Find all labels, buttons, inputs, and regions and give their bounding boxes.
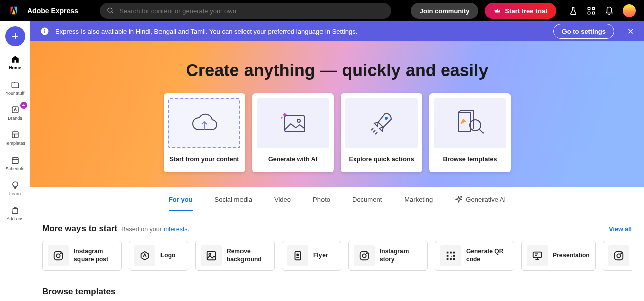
hero-title: Create anything — quickly and easily (186, 60, 489, 80)
svg-rect-48 (453, 258, 455, 260)
sidebar-item-learn[interactable]: Learn (1, 177, 29, 199)
upload-cloud-icon (168, 98, 240, 148)
svg-rect-42 (453, 252, 455, 254)
quick-card-label: Instagram story (380, 248, 422, 263)
rocket-icon (345, 98, 418, 148)
sidebar-item-brands[interactable]: Brands (1, 102, 29, 124)
sidebar: Home Your stuff Brands Templates Schedul… (0, 21, 30, 301)
svg-point-35 (297, 254, 299, 256)
lightbulb-icon (10, 180, 20, 190)
brand-name: Adobe Express (27, 7, 78, 15)
browse-templates-title: Browse templates (42, 287, 116, 296)
interests-link[interactable]: interests. (164, 225, 189, 233)
close-icon[interactable]: ✕ (627, 27, 634, 36)
quick-card-logo[interactable]: Logo (129, 241, 188, 271)
create-button[interactable] (5, 26, 25, 46)
svg-rect-46 (453, 255, 455, 257)
svg-rect-41 (450, 252, 452, 254)
hero-card-generate-ai[interactable]: Generate with AI (252, 93, 334, 172)
remove-bg-icon (201, 245, 222, 266)
sidebar-item-add-ons[interactable]: Add-ons (1, 202, 29, 224)
quick-card-label: Logo (160, 252, 175, 260)
svg-rect-40 (447, 252, 449, 254)
calendar-icon (10, 155, 20, 165)
quick-card-qr[interactable]: Generate QR code (435, 241, 514, 271)
tab-document[interactable]: Document (352, 195, 382, 211)
quick-card-presentation[interactable]: Presentation (521, 241, 596, 271)
logo-icon (134, 245, 155, 266)
section-subtitle: Based on your interests. (121, 225, 189, 233)
quick-card-label: Flyer (313, 252, 328, 260)
hero-card-browse-templates[interactable]: Browse templates (429, 93, 511, 172)
user-avatar[interactable] (623, 4, 636, 17)
hero-card-quick-actions[interactable]: Explore quick actions (341, 93, 422, 172)
svg-rect-49 (533, 252, 542, 258)
quick-card-ig-story[interactable]: Instagram story (348, 241, 428, 271)
sidebar-item-home[interactable]: Home (1, 51, 29, 73)
quick-card-remove-bg[interactable]: Remove background (195, 241, 275, 271)
quick-card-label: Presentation (553, 252, 590, 260)
top-bar: Adobe Express Join community Start free … (0, 0, 644, 21)
hero-section: Create anything — quickly and easily Sta… (30, 41, 644, 187)
svg-point-26 (470, 120, 481, 131)
tab-photo[interactable]: Photo (313, 195, 330, 211)
more-ways-section: More ways to start Based on your interes… (30, 211, 644, 271)
folder-icon (10, 80, 20, 90)
templates-search-icon (434, 98, 506, 148)
svg-point-31 (60, 253, 61, 254)
tab-for-you[interactable]: For you (169, 195, 193, 211)
sidebar-item-templates[interactable]: Templates (1, 127, 29, 149)
bell-icon[interactable] (605, 6, 614, 15)
ai-image-icon (257, 98, 329, 148)
svg-line-24 (373, 130, 375, 132)
svg-point-33 (209, 253, 211, 255)
premium-badge (20, 102, 27, 109)
adobe-logo (8, 5, 19, 16)
svg-rect-5 (592, 12, 595, 14)
beaker-icon[interactable] (569, 6, 578, 15)
tab-marketing[interactable]: Marketing (404, 195, 433, 211)
plus-icon (11, 32, 20, 41)
tab-generative-ai[interactable]: Generative AI (455, 195, 506, 211)
banner-text: Express is also available in Hindi, Beng… (55, 28, 357, 35)
svg-line-27 (479, 129, 484, 133)
search-bar[interactable] (100, 3, 391, 19)
svg-point-30 (56, 254, 60, 257)
shopping-bag-icon (10, 205, 20, 215)
hero-card-start-content[interactable]: Start from your content (164, 93, 245, 172)
tab-social-media[interactable]: Social media (215, 195, 252, 211)
svg-line-25 (375, 132, 377, 134)
home-icon (10, 54, 20, 64)
view-all-link[interactable]: View all (609, 225, 632, 233)
svg-rect-43 (447, 255, 449, 257)
svg-rect-45 (450, 258, 452, 260)
quick-card-label: Instagram square post (74, 248, 116, 263)
svg-point-22 (385, 117, 388, 120)
join-community-button[interactable]: Join community (411, 3, 479, 19)
search-input[interactable] (119, 7, 384, 15)
quick-card-ig-square[interactable]: Instagram square post (42, 241, 122, 271)
search-icon (107, 7, 114, 15)
svg-point-0 (108, 8, 112, 12)
sparkle-icon (455, 195, 463, 203)
start-trial-button[interactable]: Start free trial (485, 3, 556, 19)
svg-point-28 (461, 196, 462, 197)
svg-rect-17 (44, 31, 45, 33)
quick-card-label: Generate QR code (466, 248, 509, 263)
tab-video[interactable]: Video (274, 195, 291, 211)
quick-card-flyer[interactable]: Flyer (282, 241, 341, 271)
go-to-settings-button[interactable]: Go to settings (553, 24, 614, 39)
svg-point-55 (617, 254, 620, 257)
svg-rect-44 (447, 258, 449, 260)
svg-rect-2 (588, 7, 590, 10)
browse-templates-section: Browse templates (30, 271, 644, 297)
quick-card-ig-reel[interactable]: Instagram reel (603, 241, 632, 271)
sidebar-item-schedule[interactable]: Schedule (1, 152, 29, 174)
ig-story-icon (354, 245, 375, 266)
section-title: More ways to start (42, 223, 117, 234)
info-icon (40, 27, 49, 36)
apps-icon[interactable] (587, 6, 596, 15)
svg-rect-4 (588, 12, 590, 14)
svg-line-23 (371, 128, 373, 130)
sidebar-item-your-stuff[interactable]: Your stuff (1, 77, 29, 99)
